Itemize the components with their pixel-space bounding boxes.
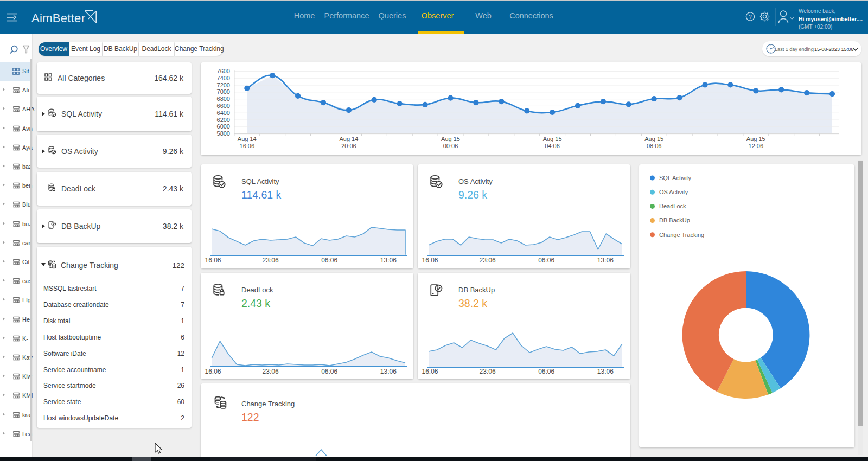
svg-text:?: ?	[749, 14, 752, 20]
svg-text:6600: 6600	[217, 103, 230, 109]
svg-text:20:06: 20:06	[341, 143, 356, 149]
svg-text:DB BackUp: DB BackUp	[659, 217, 690, 223]
svg-text:7400: 7400	[217, 75, 230, 81]
svg-text:Aug 14: Aug 14	[339, 136, 358, 142]
svg-text:Aug 14: Aug 14	[238, 136, 257, 142]
svg-text:6200: 6200	[217, 117, 230, 123]
svg-text:23:06: 23:06	[263, 257, 279, 264]
svg-text:23:06: 23:06	[480, 368, 496, 375]
svg-text:Aug 15: Aug 15	[746, 136, 765, 142]
svg-text:00:06: 00:06	[443, 143, 458, 149]
svg-text:06:06: 06:06	[321, 257, 337, 264]
svg-text:Aug 15: Aug 15	[543, 136, 562, 142]
svg-text:16:06: 16:06	[205, 257, 221, 264]
svg-text:23:06: 23:06	[263, 368, 279, 375]
svg-text:AimBetter: AimBetter	[31, 11, 85, 25]
svg-text:7600: 7600	[217, 68, 230, 74]
svg-text:Aug 15: Aug 15	[644, 136, 663, 142]
svg-text:16:06: 16:06	[422, 368, 438, 375]
svg-text:OS Activity: OS Activity	[659, 189, 688, 195]
svg-text:7000: 7000	[217, 88, 230, 95]
svg-text:23:06: 23:06	[480, 257, 496, 264]
svg-text:16:06: 16:06	[422, 257, 438, 264]
svg-text:06:06: 06:06	[538, 257, 554, 264]
svg-text:5800: 5800	[217, 130, 230, 137]
svg-text:16:06: 16:06	[240, 143, 255, 149]
svg-text:06:06: 06:06	[538, 368, 554, 375]
svg-text:06:06: 06:06	[321, 368, 337, 375]
svg-text:SQL Activity: SQL Activity	[659, 175, 691, 181]
svg-text:08:06: 08:06	[647, 143, 662, 149]
svg-text:7200: 7200	[217, 82, 230, 88]
svg-text:6800: 6800	[217, 95, 230, 102]
svg-text:12:06: 12:06	[749, 143, 764, 149]
svg-text:04:06: 04:06	[545, 143, 560, 149]
svg-text:13:06: 13:06	[380, 257, 397, 264]
svg-text:6400: 6400	[217, 110, 230, 116]
svg-text:13:06: 13:06	[597, 257, 614, 264]
svg-text:16:06: 16:06	[205, 368, 221, 375]
svg-text:DeadLock: DeadLock	[659, 203, 686, 209]
svg-text:13:06: 13:06	[597, 368, 614, 375]
svg-text:13:06: 13:06	[380, 368, 397, 375]
svg-text:Aug 15: Aug 15	[441, 136, 460, 142]
svg-text:Change Tracking: Change Tracking	[659, 232, 704, 238]
svg-text:6000: 6000	[217, 123, 230, 130]
